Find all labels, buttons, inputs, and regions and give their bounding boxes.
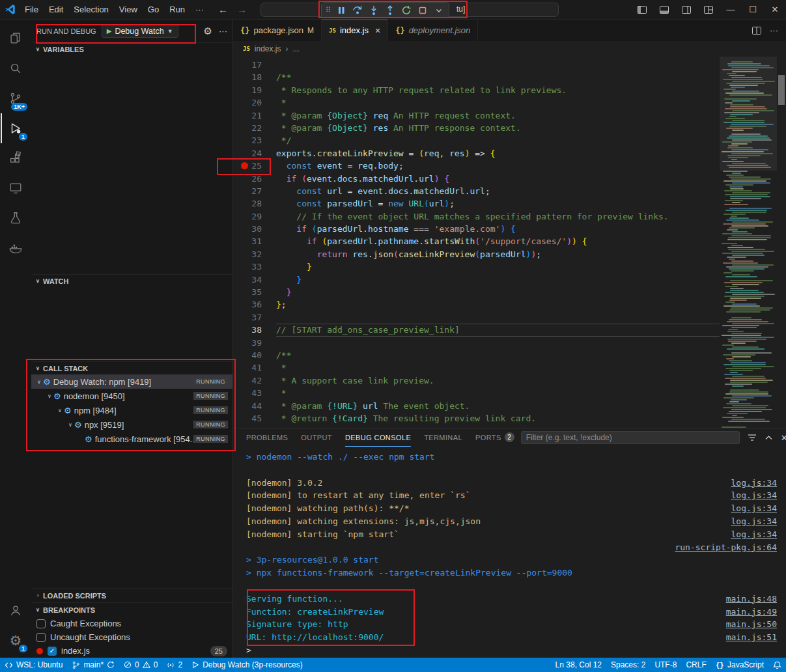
gutter[interactable]: 23	[233, 134, 276, 147]
source-control-icon[interactable]: 1K+	[1, 83, 31, 113]
menu-view[interactable]: View	[114, 3, 143, 16]
breakpoint-checkbox[interactable]	[36, 633, 46, 642]
source-link[interactable]: log.js:34	[731, 502, 777, 515]
callstack-row[interactable]: ∨⚙npm [9484]RUNNING	[31, 403, 232, 417]
console-row[interactable]: > nodemon --watch ./ --exec npm start	[246, 451, 786, 464]
gutter[interactable]: 30	[233, 223, 276, 235]
docker-icon[interactable]	[1, 233, 31, 263]
editor-more-icon[interactable]: ···	[770, 25, 778, 35]
panel-tab-debug-console[interactable]: DEBUG CONSOLE	[345, 428, 411, 447]
code-line[interactable]: 19 * Responds to any HTTP request relate…	[233, 84, 720, 96]
console-row[interactable]: Serving function...main.js:48	[246, 593, 786, 606]
tab-package-json[interactable]: {} package.json M	[233, 20, 322, 41]
gutter[interactable]: 32	[233, 248, 276, 260]
console-row[interactable]: Signature type: httpmain.js:50	[246, 618, 786, 631]
code-line[interactable]: 42 * A support case link preview.	[233, 374, 720, 387]
gutter[interactable]: 27	[233, 185, 276, 197]
callstack-row[interactable]: ⚙functions-framework [954...RUNNING	[31, 432, 232, 446]
gutter[interactable]: 24	[233, 147, 276, 160]
gutter[interactable]: 41	[233, 361, 276, 374]
editor-scrollbar[interactable]	[777, 57, 786, 428]
gutter[interactable]: 44	[233, 400, 276, 412]
code-line[interactable]: 30 if (parsedUrl.hostname === 'example.c…	[233, 223, 720, 235]
panel-close-icon[interactable]: ✕	[781, 433, 786, 443]
section-variables[interactable]: ∨ VARIABLES	[31, 42, 232, 55]
gutter[interactable]: 26	[233, 173, 276, 185]
menu-overflow-icon[interactable]: ···	[190, 3, 209, 16]
source-link[interactable]: main.js:48	[726, 593, 777, 606]
gutter[interactable]: 40	[233, 349, 276, 361]
console-row[interactable]: [nodemon] starting `npm start`log.js:34	[246, 528, 786, 541]
gutter[interactable]: 34	[233, 273, 276, 286]
code-line[interactable]: 25 const event = req.body;	[233, 160, 720, 172]
start-debug-icon[interactable]: ▶	[107, 27, 112, 35]
code-line[interactable]: 26 if (event.docs.matchedUrl.url) {	[233, 173, 720, 185]
scrollbar-thumb[interactable]	[778, 75, 785, 105]
gutter[interactable]: 33	[233, 260, 276, 273]
search-icon[interactable]	[1, 53, 31, 83]
code-line[interactable]: 29 // If the event object URL matches a …	[233, 210, 720, 223]
debug-config-picker[interactable]: ▶ Debug Watch ▼	[102, 25, 178, 38]
code-line[interactable]: 39	[233, 337, 720, 349]
source-link[interactable]: main.js:50	[726, 618, 777, 631]
breadcrumb[interactable]: JS index.js › ...	[233, 41, 786, 57]
git-branch-indicator[interactable]: main*	[67, 658, 119, 672]
source-link[interactable]: run-script-pkg.js:64	[675, 541, 777, 554]
minimize-button[interactable]: —	[720, 0, 742, 20]
panel-tab-problems[interactable]: PROBLEMS	[246, 428, 288, 447]
code-line[interactable]: 40/**	[233, 349, 720, 361]
stop-icon[interactable]	[415, 3, 430, 17]
extensions-icon[interactable]	[1, 143, 31, 173]
test-flask-icon[interactable]	[1, 203, 31, 233]
menu-file[interactable]: File	[20, 3, 44, 16]
step-out-icon[interactable]	[382, 3, 398, 17]
pause-icon[interactable]	[333, 3, 349, 17]
code-line[interactable]: 36};	[233, 298, 720, 311]
source-link[interactable]: log.js:34	[731, 477, 777, 490]
code-line[interactable]: 34 }	[233, 273, 720, 286]
gutter[interactable]: 28	[233, 197, 276, 210]
gutter[interactable]: 39	[233, 337, 276, 349]
callstack-row[interactable]: ∨⚙nodemon [9450]RUNNING	[31, 389, 232, 403]
code-line[interactable]: 21 * @param {Object} req An HTTP request…	[233, 109, 720, 122]
debug-console-output[interactable]: > nodemon --watch ./ --exec npm start[no…	[233, 447, 786, 658]
source-link[interactable]: log.js:34	[731, 489, 777, 502]
gutter[interactable]: 18	[233, 71, 276, 83]
console-row[interactable]: > npx functions-framework --target=creat…	[246, 567, 786, 580]
section-breakpoints[interactable]: ∨ BREAKPOINTS	[31, 602, 232, 617]
source-link[interactable]: log.js:34	[731, 528, 777, 541]
restart-icon[interactable]	[399, 3, 414, 17]
console-row[interactable]: > 3p-resources@1.0.0 start	[246, 553, 786, 567]
debug-settings-gear-icon[interactable]: ⚙	[204, 26, 212, 36]
language-mode[interactable]: {}JavaScript	[711, 658, 768, 672]
nav-forward-icon[interactable]: →	[237, 4, 247, 15]
toggle-secondary-sidebar-icon[interactable]	[675, 0, 697, 20]
gutter[interactable]: 45	[233, 412, 276, 425]
gutter[interactable]: 43	[233, 387, 276, 399]
code-line[interactable]: 23 */	[233, 134, 720, 147]
code-line[interactable]: 41 *	[233, 361, 720, 374]
close-button[interactable]: ✕	[764, 0, 786, 20]
breakpoint-checkbox[interactable]	[36, 619, 46, 628]
code-line[interactable]: 22 * @param {Object} res An HTTP respons…	[233, 122, 720, 134]
drag-grip-icon[interactable]: ⠿	[324, 3, 333, 17]
run-and-debug-icon[interactable]: 1	[1, 113, 31, 143]
menu-selection[interactable]: Selection	[68, 3, 113, 16]
gutter[interactable]: 31	[233, 235, 276, 247]
source-link[interactable]: log.js:34	[731, 515, 777, 528]
tab-index-js[interactable]: JS index.js ×	[322, 20, 388, 41]
gutter[interactable]: 38	[233, 324, 276, 336]
problems-indicator[interactable]: 0 0	[119, 658, 162, 672]
breakpoint-dot[interactable]	[241, 162, 248, 169]
breakpoint-row[interactable]: ✓index.js25	[31, 644, 232, 658]
source-link[interactable]: main.js:49	[726, 606, 777, 619]
code-line[interactable]: 28 const parsedUrl = new URL(url);	[233, 197, 720, 210]
sidebar-more-icon[interactable]: ···	[219, 26, 227, 36]
code-line[interactable]: 43 *	[233, 387, 720, 399]
code-line[interactable]: 20 *	[233, 96, 720, 109]
gutter[interactable]: 25	[233, 160, 276, 172]
console-filter-input[interactable]	[521, 431, 740, 444]
menu-edit[interactable]: Edit	[44, 3, 68, 16]
panel-tab-ports[interactable]: PORTS2	[475, 428, 514, 447]
nav-back-icon[interactable]: ←	[218, 4, 228, 15]
